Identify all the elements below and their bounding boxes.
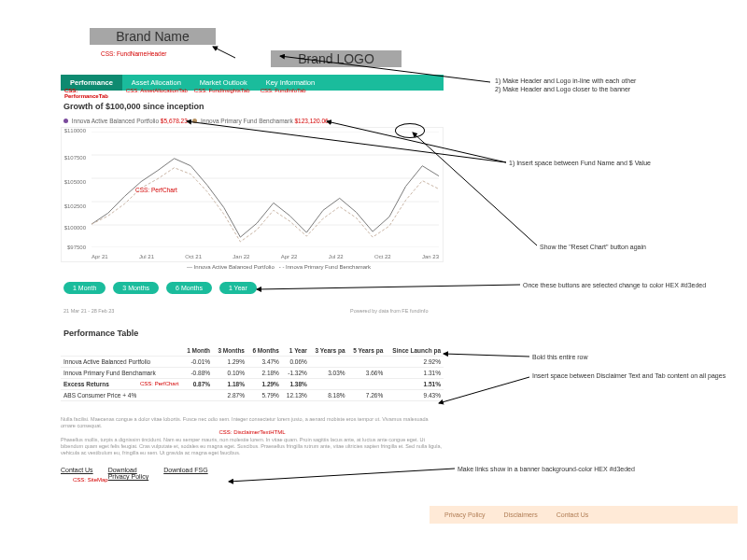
cell — [348, 357, 387, 368]
legend-value-b: $123,120.06 — [294, 118, 328, 124]
legend-value-a: $5,678.23 — [161, 118, 188, 124]
cell: 3.47% — [247, 357, 282, 368]
footer-contact[interactable]: Contact Us — [557, 511, 589, 518]
css-label-perfchart2: CSS: PerfChart — [140, 381, 178, 386]
cell: 3.66% — [348, 368, 387, 379]
chart-y-axis: $110000 $107500 $105000 $102500 $100000 … — [62, 128, 90, 249]
table-row: Innova Active Balanced Portfolio-0.01%1.… — [61, 357, 444, 368]
cell: 1.51% — [386, 379, 444, 390]
disclaimer-p2: Phasellus mollis, turpis a dignissim tin… — [61, 437, 444, 456]
table-date-range: 21 Mar 21 - 28 Feb 23 — [63, 308, 114, 314]
table-header: 1 Month — [182, 345, 213, 357]
chart-legend-bottom: — Innova Active Balanced Portfolio - - I… — [187, 264, 371, 270]
cell: 2.18% — [247, 368, 282, 379]
brand-name-header: Brand Name — [90, 28, 216, 45]
row-label: ABS Consumer Price + 4% — [61, 390, 182, 401]
cell: 0.87% — [182, 379, 213, 390]
brand-logo-header: Brand LOGO — [271, 50, 402, 67]
table-header: 6 Months — [247, 345, 282, 357]
annotation-pillcolor: Once these buttons are selected change t… — [523, 281, 738, 289]
footer-links: Contact Us Download Privacy Policy Downl… — [61, 467, 444, 480]
tab-label: Performance — [70, 78, 113, 87]
footer-privacy[interactable]: Privacy Policy — [444, 511, 486, 518]
period-selector: 1 Month 3 Months 6 Months 1 Year — [63, 282, 257, 294]
cell: -0.01% — [182, 357, 213, 368]
table-header — [61, 345, 182, 357]
row-label: Innova Active Balanced Portfolio — [61, 357, 182, 368]
footer-disclaimers[interactable]: Disclaimers — [504, 511, 538, 518]
x-tick: Apr 21 — [92, 254, 108, 259]
table-row: Innova Primary Fund Benchamark-0.88%0.10… — [61, 368, 444, 379]
cell: 2.87% — [213, 390, 247, 401]
contact-us-link[interactable]: Contact Us — [61, 467, 93, 473]
cell: 0.10% — [213, 368, 247, 379]
tab-label: Key Information — [266, 78, 316, 87]
tab-key-information[interactable]: Key Information CSS: FundInfoTab — [257, 75, 325, 91]
svg-line-14 — [439, 377, 529, 403]
annotation-circle — [395, 123, 425, 138]
legend-text: Innova Active Balanced Portfolio — [194, 264, 275, 270]
legend-series-b: Innova Primary Fund Benchamark — [201, 118, 293, 124]
cell: 5.79% — [247, 390, 282, 401]
privacy-policy-link[interactable]: Privacy Policy — [108, 473, 149, 480]
period-pill-1y[interactable]: 1 Year — [219, 282, 257, 294]
css-label-tab: CSS: AssetAllocationTab — [126, 88, 188, 93]
tab-label: Market Outlook — [200, 78, 247, 87]
cell: 1.38% — [282, 379, 310, 390]
svg-line-12 — [257, 285, 520, 289]
disclaimer-p1: Nulla facilisi. Maecenas congue a dolor … — [61, 416, 444, 429]
x-tick: Jan 22 — [233, 254, 249, 259]
table-header: Since Launch pa — [386, 345, 444, 357]
performance-table-title: Performance Table — [63, 329, 138, 338]
tab-asset-allocation[interactable]: Asset Allocation CSS: AssetAllocationTab — [122, 75, 190, 91]
annotation-text: 1) Make Header and Logo in-line with eac… — [495, 77, 710, 85]
legend-text: Innova Primary Fund Benchamark — [286, 264, 371, 270]
table-row: ABS Consumer Price + 4%2.87%5.79%12.13%8… — [61, 390, 444, 401]
cell: -1.32% — [282, 368, 310, 379]
x-tick: Apr 22 — [281, 254, 298, 259]
period-pill-1m[interactable]: 1 Month — [63, 282, 106, 294]
period-pill-3m[interactable]: 3 Months — [113, 282, 159, 294]
annotation-text: 2) Make Header and Logo closer to the ba… — [495, 85, 710, 93]
tab-performance[interactable]: Performance CSS: PerformanceTab — [61, 75, 122, 91]
annotation-spacer: 1) Insert space between Fund Name and $ … — [509, 159, 724, 167]
svg-line-13 — [444, 354, 529, 357]
tab-market-outlook[interactable]: Market Outlook CSS: FundInsightsTab — [190, 75, 257, 91]
cell: 0.06% — [282, 357, 310, 368]
period-pill-6m[interactable]: 6 Months — [166, 282, 212, 294]
table-header: 1 Year — [282, 345, 310, 357]
table-row: Excess Returns0.87%1.18%1.29%1.38%1.51% — [61, 379, 444, 390]
cell: 2.92% — [386, 357, 444, 368]
table-header: 3 Years pa — [310, 345, 348, 357]
x-tick: Jan 23 — [422, 254, 439, 259]
annotation-header-notes: 1) Make Header and Logo in-line with eac… — [495, 77, 710, 93]
performance-chart: $110000 $107500 $105000 $102500 $100000 … — [61, 127, 444, 262]
table-header: 5 Years pa — [348, 345, 387, 357]
table-header-row: 1 Month3 Months6 Months1 Year3 Years pa5… — [61, 345, 444, 357]
legend-series-a: Innova Active Balanced Portfolio — [72, 118, 159, 124]
y-tick: $100000 — [64, 225, 86, 231]
css-label-fundname: CSS: FundNameHeader — [101, 50, 166, 57]
css-label-disclaimer: CSS: DisclaimerTextHTML — [61, 429, 444, 437]
sample-footer-banner: Privacy Policy Disclaimers Contact Us — [430, 506, 738, 524]
cell — [182, 390, 213, 401]
cell: 1.29% — [213, 357, 247, 368]
cell — [348, 379, 387, 390]
x-tick: Oct 22 — [374, 254, 391, 259]
css-label-tab: CSS: FundInfoTab — [261, 88, 306, 93]
download-fsg-link[interactable]: Download FSG — [163, 467, 207, 473]
cell: 3.03% — [310, 368, 348, 379]
cell: 1.31% — [386, 368, 444, 379]
cell: 1.29% — [247, 379, 282, 390]
annotation-discspace: Insert space between Disclaimer Text and… — [532, 371, 747, 380]
download-link[interactable]: Download — [108, 467, 149, 473]
annotation-boldrow: Bold this entire row — [532, 353, 747, 361]
cell — [310, 379, 348, 390]
disclaimer-text: Nulla facilisi. Maecenas congue a dolor … — [61, 416, 444, 457]
powered-by: Powered by data from FE fundinfo — [350, 308, 428, 314]
y-tick: $97500 — [67, 245, 86, 250]
css-label-perfchart: CSS: PerfChart — [135, 187, 177, 193]
row-label: Innova Primary Fund Benchamark — [61, 368, 182, 379]
chart-legend-top: Innova Active Balanced Portfolio $5,678.… — [63, 118, 329, 124]
cell: 12.13% — [282, 390, 310, 401]
